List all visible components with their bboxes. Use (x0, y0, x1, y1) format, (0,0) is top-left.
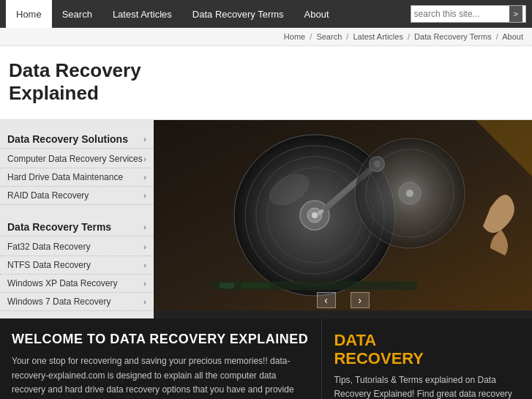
nav-home[interactable]: Home (6, 0, 52, 28)
nav-search-button[interactable]: > (509, 6, 522, 22)
sidebar-item-winxp-label: Windows XP Data Recovery (7, 278, 118, 288)
breadcrumb-terms[interactable]: Data Recovery Terms (414, 32, 492, 41)
nav-search[interactable]: Search (52, 0, 102, 28)
welcome-text: Your one stop for recovering and saving … (12, 354, 310, 399)
breadcrumb-about[interactable]: About (502, 32, 523, 41)
sidebar-item-raid-label: RAID Data Recovery (7, 190, 89, 201)
sidebar-item-hard-drive-label: Hard Drive Data Maintenance (7, 172, 123, 182)
sidebar-item-computer-recovery-label: Computer Data Recovery Services (7, 154, 143, 164)
data-recovery-promo: DATA RECOVERY Tips, Tutorials & Terms ex… (321, 318, 532, 399)
breadcrumb-home[interactable]: Home (284, 32, 305, 41)
sidebar-gap (0, 205, 154, 215)
sidebar-item-hard-drive[interactable]: Hard Drive Data Maintenance › (0, 168, 154, 187)
slider-next-button[interactable]: › (351, 292, 370, 308)
breadcrumb: Home / Search / Latest Articles / Data R… (0, 28, 532, 46)
nav-latest-articles[interactable]: Latest Articles (102, 0, 182, 28)
sidebar-item-win7[interactable]: Windows 7 Data Recovery › (0, 293, 154, 311)
nav-search-box: > (411, 5, 526, 23)
sidebar-item-computer-recovery[interactable]: Computer Data Recovery Services › (0, 150, 154, 168)
sidebar-item-ntfs-arrow: › (143, 261, 146, 269)
dr-title: DATA RECOVERY (334, 332, 520, 367)
breadcrumb-sep4: / (496, 32, 498, 41)
sidebar-item-win7-label: Windows 7 Data Recovery (7, 297, 110, 307)
breadcrumb-latest[interactable]: Latest Articles (353, 32, 402, 41)
dr-title-line2: RECOVERY (334, 349, 424, 368)
nav-data-recovery-terms[interactable]: Data Recovery Terms (182, 0, 294, 28)
sidebar-item-ntfs[interactable]: NTFS Data Recovery › (0, 256, 154, 275)
site-title-line1: Data Recovery (9, 59, 141, 81)
welcome-title: WELCOME TO DATA RECOVERY EXPLAINED (12, 332, 310, 347)
slider-prev-button[interactable]: ‹ (317, 292, 336, 308)
sidebar-item-win7-arrow: › (143, 297, 146, 306)
sidebar-section-terms-arrow: › (143, 223, 146, 231)
welcome-block: WELCOME TO DATA RECOVERY EXPLAINED Your … (0, 318, 321, 399)
sidebar-item-computer-recovery-arrow: › (143, 154, 146, 163)
dr-text: Tips, Tutorials & Terms explained on Dat… (334, 373, 520, 399)
sidebar-item-winxp[interactable]: Windows XP Data Recovery › (0, 275, 154, 293)
svg-point-20 (406, 190, 413, 197)
nav-search-input[interactable] (414, 9, 509, 19)
slider: ‹ › (154, 120, 532, 318)
breadcrumb-sep3: / (408, 32, 410, 41)
breadcrumb-sep2: / (346, 32, 348, 41)
nav-about[interactable]: About (294, 0, 340, 28)
sidebar-item-fat32[interactable]: Fat32 Data Recovery › (0, 238, 154, 256)
sidebar-section-terms-title: Data Recovery Terms (7, 221, 111, 233)
sidebar-item-winxp-arrow: › (143, 279, 146, 288)
svg-rect-22 (220, 283, 234, 288)
svg-point-10 (312, 212, 318, 218)
sidebar-section-terms[interactable]: Data Recovery Terms › (0, 215, 154, 236)
main-layout: Data Recovery Solutions › Computer Data … (0, 120, 532, 318)
sidebar-item-raid[interactable]: RAID Data Recovery › (0, 187, 154, 205)
site-header: Data Recovery Explained (0, 46, 532, 120)
slider-image (154, 120, 532, 310)
slider-nav: ‹ › (317, 292, 370, 308)
sidebar: Data Recovery Solutions › Computer Data … (0, 120, 154, 318)
sidebar-section-solutions[interactable]: Data Recovery Solutions › (0, 127, 154, 149)
sidebar-item-raid-arrow: › (143, 191, 146, 200)
site-title-line2: Explained (9, 82, 99, 104)
breadcrumb-sep1: / (310, 32, 312, 41)
dr-title-line1: DATA (334, 331, 376, 349)
bottom-section: WELCOME TO DATA RECOVERY EXPLAINED Your … (0, 318, 532, 399)
sidebar-item-hard-drive-arrow: › (143, 173, 146, 182)
sidebar-section-solutions-arrow: › (143, 135, 146, 143)
svg-rect-23 (241, 283, 271, 288)
site-title: Data Recovery Explained (9, 59, 523, 105)
top-nav: Home Search Latest Articles Data Recover… (0, 0, 532, 28)
sidebar-section-solutions-title: Data Recovery Solutions (7, 133, 128, 145)
sidebar-item-ntfs-label: NTFS Data Recovery (7, 260, 91, 270)
sidebar-item-fat32-arrow: › (143, 242, 146, 251)
sidebar-item-fat32-label: Fat32 Data Recovery (7, 242, 90, 252)
breadcrumb-search[interactable]: Search (316, 32, 342, 41)
